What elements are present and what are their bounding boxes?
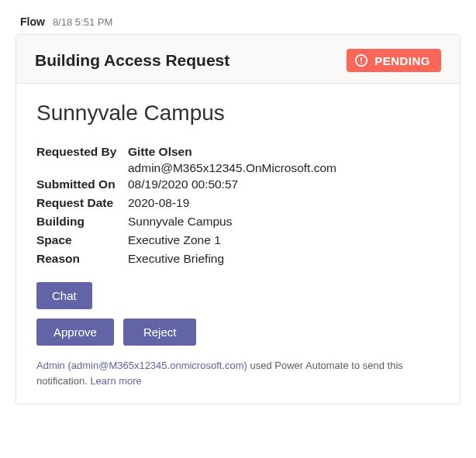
- field-building: Building Sunnyvale Campus: [36, 212, 440, 231]
- field-submitted-on: Submitted On 08/19/2020 00:50:57: [36, 175, 440, 194]
- approve-button[interactable]: Approve: [36, 319, 114, 346]
- field-label: Reason: [36, 250, 128, 268]
- field-value: Executive Zone 1: [128, 231, 221, 250]
- card-body: Sunnyvale Campus Requested By Gitte Olse…: [16, 84, 460, 404]
- button-row-2: Approve Reject: [36, 319, 440, 346]
- field-label: Building: [36, 212, 128, 231]
- field-request-date: Request Date 2020-08-19: [36, 194, 440, 212]
- message-sender: Flow: [20, 15, 45, 28]
- card-title: Building Access Request: [35, 51, 229, 70]
- card-header: Building Access Request PENDING: [16, 35, 460, 84]
- alert-icon: [354, 53, 368, 67]
- field-label: Request Date: [36, 194, 128, 212]
- field-requested-by: Requested By Gitte Olsen: [36, 143, 440, 161]
- field-value: Executive Briefing: [128, 250, 224, 268]
- field-value: 08/19/2020 00:50:57: [128, 175, 238, 194]
- requester-email: admin@M365x12345.OnMicrosoft.com: [128, 161, 440, 175]
- field-reason: Reason Executive Briefing: [36, 250, 440, 268]
- learn-more-link[interactable]: Learn more: [90, 375, 141, 387]
- adaptive-card: Building Access Request PENDING Sunnyval…: [16, 34, 460, 405]
- campus-title: Sunnyvale Campus: [36, 101, 440, 126]
- field-label: Requested By: [36, 143, 128, 161]
- field-label: Space: [36, 231, 128, 250]
- status-text: PENDING: [374, 54, 430, 67]
- field-value: Sunnyvale Campus: [128, 212, 232, 231]
- message-timestamp: 8/18 5:51 PM: [53, 16, 112, 28]
- requester-name: Gitte Olsen: [128, 143, 192, 161]
- button-row-1: Chat: [36, 282, 440, 309]
- field-space: Space Executive Zone 1: [36, 231, 440, 250]
- field-value: 2020-08-19: [128, 194, 189, 212]
- field-label: Submitted On: [36, 175, 128, 194]
- footer-sender-link[interactable]: Admin (admin@M365x12345.onmicrosoft.com): [36, 360, 247, 371]
- reject-button[interactable]: Reject: [123, 319, 197, 346]
- svg-point-2: [360, 63, 362, 64]
- chat-button[interactable]: Chat: [36, 282, 92, 309]
- status-badge: PENDING: [347, 49, 441, 72]
- footer-note: Admin (admin@M365x12345.onmicrosoft.com)…: [36, 358, 440, 388]
- message-header: Flow 8/18 5:51 PM: [16, 15, 460, 28]
